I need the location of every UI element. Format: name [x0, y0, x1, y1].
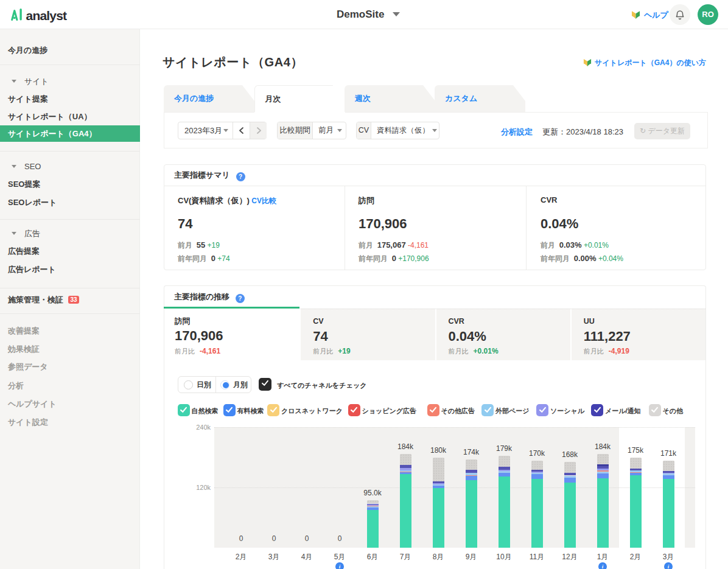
svg-text:analyst: analyst: [26, 9, 68, 23]
